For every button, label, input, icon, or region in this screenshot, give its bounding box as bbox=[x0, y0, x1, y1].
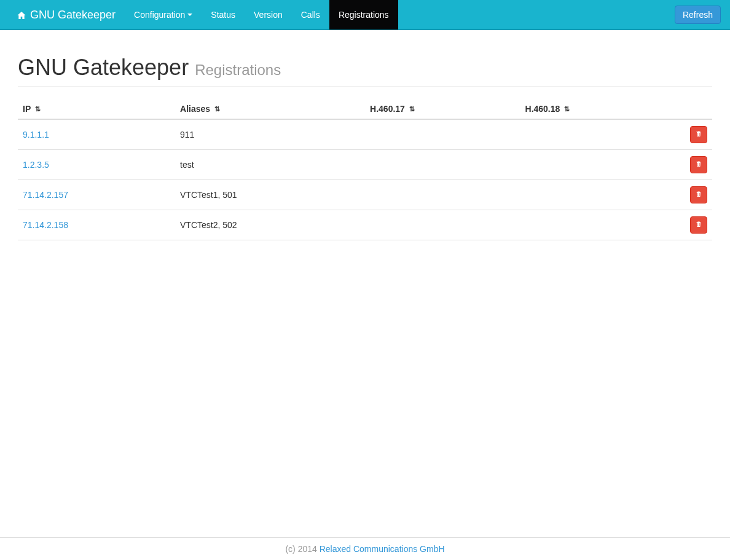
table-header-row: IP ⇅ Aliases ⇅ H.460.17 ⇅ H.460.18 ⇅ bbox=[18, 99, 712, 119]
trash-icon bbox=[695, 160, 702, 170]
nav-item-label: Version bbox=[254, 10, 283, 20]
refresh-button[interactable]: Refresh bbox=[675, 6, 721, 24]
col-label: H.460.18 bbox=[525, 104, 560, 114]
table-row: 1.2.3.5test bbox=[18, 150, 712, 180]
h46018-cell bbox=[520, 210, 675, 240]
sort-icon: ⇅ bbox=[214, 105, 220, 113]
delete-button[interactable] bbox=[690, 126, 707, 143]
page-title: GNU Gatekeeper Registrations bbox=[18, 55, 712, 81]
h46017-cell bbox=[365, 119, 520, 150]
table-row: 71.14.2.158VTCTest2, 502 bbox=[18, 210, 712, 240]
trash-icon bbox=[695, 190, 702, 200]
nav-item-label: Status bbox=[211, 10, 235, 20]
delete-button[interactable] bbox=[690, 156, 707, 173]
brand-link[interactable]: GNU Gatekeeper bbox=[0, 0, 125, 30]
col-ip[interactable]: IP ⇅ bbox=[18, 99, 175, 119]
ip-link[interactable]: 71.14.2.157 bbox=[23, 190, 68, 200]
copyright-text: (c) 2014 bbox=[285, 544, 319, 554]
footer-link[interactable]: Relaxed Communications GmbH bbox=[320, 544, 445, 554]
nav-item-label: Configuration bbox=[134, 10, 185, 20]
nav-item-label: Calls bbox=[301, 10, 320, 20]
h46017-cell bbox=[365, 210, 520, 240]
h46018-cell bbox=[520, 180, 675, 210]
h46018-cell bbox=[520, 119, 675, 150]
nav-item-label: Registrations bbox=[339, 10, 389, 20]
trash-icon bbox=[695, 220, 702, 230]
col-h46018[interactable]: H.460.18 ⇅ bbox=[520, 99, 675, 119]
sort-icon: ⇅ bbox=[35, 105, 41, 113]
brand-text: GNU Gatekeeper bbox=[30, 9, 116, 22]
aliases-cell: 911 bbox=[175, 119, 365, 150]
ip-link[interactable]: 9.1.1.1 bbox=[23, 130, 49, 140]
chevron-down-icon bbox=[187, 14, 192, 16]
h46017-cell bbox=[365, 150, 520, 180]
table-row: 71.14.2.157VTCTest1, 501 bbox=[18, 180, 712, 210]
aliases-cell: VTCTest2, 502 bbox=[175, 210, 365, 240]
home-icon bbox=[16, 10, 27, 20]
footer: (c) 2014 Relaxed Communications GmbH bbox=[0, 537, 730, 560]
nav-left: Configuration Status Version Calls Regis… bbox=[125, 0, 398, 30]
col-label: IP bbox=[23, 104, 31, 114]
table-row: 9.1.1.1911 bbox=[18, 119, 712, 150]
sort-icon: ⇅ bbox=[409, 105, 415, 113]
registrations-table: IP ⇅ Aliases ⇅ H.460.17 ⇅ H.460.18 ⇅ 9.1… bbox=[18, 99, 712, 240]
page-title-text: GNU Gatekeeper bbox=[18, 55, 189, 80]
ip-link[interactable]: 1.2.3.5 bbox=[23, 160, 49, 170]
page-header: GNU Gatekeeper Registrations bbox=[18, 30, 712, 87]
delete-button[interactable] bbox=[690, 216, 707, 234]
nav-status[interactable]: Status bbox=[202, 0, 245, 30]
nav-calls[interactable]: Calls bbox=[292, 0, 329, 30]
aliases-cell: test bbox=[175, 150, 365, 180]
h46018-cell bbox=[520, 150, 675, 180]
col-aliases[interactable]: Aliases ⇅ bbox=[175, 99, 365, 119]
nav-right: Refresh bbox=[675, 0, 730, 30]
page-subtitle: Registrations bbox=[195, 61, 281, 78]
main-container: GNU Gatekeeper Registrations IP ⇅ Aliase… bbox=[9, 30, 721, 537]
col-label: Aliases bbox=[180, 104, 210, 114]
sort-icon: ⇅ bbox=[564, 105, 570, 113]
navbar: GNU Gatekeeper Configuration Status Vers… bbox=[0, 0, 730, 30]
nav-configuration[interactable]: Configuration bbox=[125, 0, 202, 30]
trash-icon bbox=[695, 130, 702, 140]
delete-button[interactable] bbox=[690, 186, 707, 203]
h46017-cell bbox=[365, 180, 520, 210]
col-actions bbox=[675, 99, 712, 119]
nav-registrations[interactable]: Registrations bbox=[329, 0, 398, 30]
aliases-cell: VTCTest1, 501 bbox=[175, 180, 365, 210]
ip-link[interactable]: 71.14.2.158 bbox=[23, 220, 68, 230]
col-h46017[interactable]: H.460.17 ⇅ bbox=[365, 99, 520, 119]
col-label: H.460.17 bbox=[370, 104, 405, 114]
nav-version[interactable]: Version bbox=[245, 0, 292, 30]
